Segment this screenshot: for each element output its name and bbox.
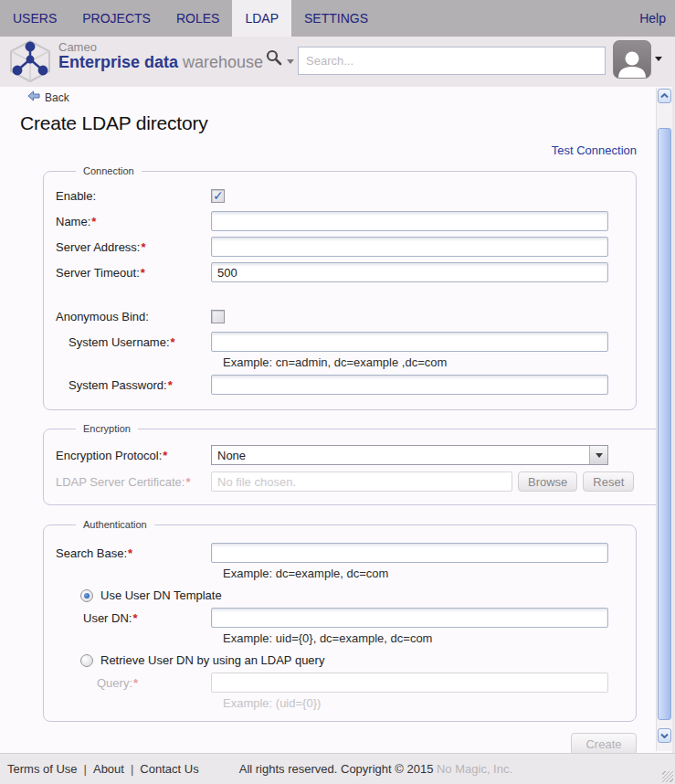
anonymous-bind-row: Anonymous Bind: [56,310,608,323]
encryption-protocol-value: None [212,446,589,464]
use-dn-template-option[interactable]: Use User DN Template [80,588,608,602]
chevron-down-icon [660,733,669,738]
encryption-protocol-label: Encryption Protocol:* [56,449,211,462]
required-asterisk: * [128,546,132,560]
authentication-legend: Authentication [76,519,154,530]
search-input[interactable] [298,47,606,75]
chevron-up-icon [660,93,669,99]
brand-text: Cameo Enterprise data warehouse [58,41,263,71]
user-menu-caret-icon[interactable] [655,57,662,61]
server-address-input[interactable] [211,237,608,257]
anonymous-bind-checkbox[interactable] [211,310,225,323]
brand-enterprise-data: Enterprise data [58,53,178,71]
connection-fieldset: Connection Enable: Name:* Server Address… [43,165,637,410]
browse-button[interactable]: Browse [518,471,577,492]
back-link[interactable]: Back [27,90,91,104]
user-avatar[interactable] [613,40,651,79]
system-username-label: System Username:* [56,335,211,349]
query-row: Query:* [56,673,608,693]
user-dn-hint: Example: uid={0}, dc=example, dc=com [223,631,608,645]
scrollbar-thumb[interactable] [658,128,671,720]
user-dn-input[interactable] [211,608,608,628]
server-timeout-label: Server Timeout:* [56,266,211,280]
required-asterisk: * [171,335,175,349]
test-connection-link[interactable]: Test Connection [552,143,637,157]
main-content: Back Create LDAP directory Test Connecti… [0,87,675,754]
search-base-row: Search Base:* [56,543,608,563]
certificate-input [211,471,512,492]
footer-separator: | [131,762,133,776]
connection-legend: Connection [76,165,142,176]
company-name: No Magic, Inc. [437,762,512,776]
required-asterisk: * [163,449,167,462]
system-password-label: System Password:* [56,378,211,392]
search-base-hint: Example: dc=example, dc=com [223,567,608,580]
app-footer: Terms of Use | About | Contact Us All ri… [0,753,675,784]
use-dn-template-radio[interactable] [80,589,93,602]
user-dn-row: User DN:* [56,608,608,628]
required-asterisk: * [133,676,138,690]
nav-tab-roles[interactable]: ROLES [163,0,232,37]
enable-row: Enable: [56,189,608,203]
encryption-fieldset: Encryption Encryption Protocol:* None LD… [43,423,662,505]
ldap-query-label: Retrieve User DN by using an LDAP query [100,653,324,667]
nav-tab-settings[interactable]: SETTINGS [291,0,381,37]
system-username-row: System Username:* [56,332,608,352]
encryption-protocol-select[interactable]: None [211,445,608,465]
anonymous-bind-label: Anonymous Bind: [56,310,211,323]
contact-us-link[interactable]: Contact Us [140,762,198,776]
server-timeout-input[interactable] [211,262,608,282]
system-password-input[interactable] [211,375,608,395]
scroll-down-button[interactable] [658,728,671,743]
enable-checkbox[interactable] [211,189,225,203]
authentication-fieldset: Authentication Search Base:* Example: dc… [43,519,637,722]
vertical-scrollbar[interactable] [656,88,672,751]
query-hint: Example: (uid={0}) [223,696,608,710]
name-input[interactable] [211,211,608,231]
footer-separator: | [84,762,87,776]
nav-tab-projects[interactable]: PROJECTS [69,0,163,37]
brand-cameo: Cameo [58,41,263,54]
server-timeout-row: Server Timeout:* [56,262,608,282]
certificate-label: LDAP Server Certificate:* [56,475,211,489]
required-asterisk: * [141,266,145,280]
search-scope-caret-icon[interactable] [287,59,294,64]
encryption-legend: Encryption [76,423,138,434]
select-dropdown-button[interactable] [589,446,607,464]
copyright-text: All rights reserved. Copyright © 2015 No… [239,762,512,776]
about-link[interactable]: About [93,762,124,776]
nav-tab-users[interactable]: USERS [0,0,69,37]
back-label: Back [45,91,69,104]
required-asterisk: * [168,378,173,392]
scroll-up-button[interactable] [658,89,671,103]
certificate-row: LDAP Server Certificate:* Browse Reset [56,471,634,492]
chevron-down-icon [596,453,603,458]
nav-tab-ldap[interactable]: LDAP [232,0,291,37]
search-base-label: Search Base:* [56,546,211,560]
query-label: Query:* [56,676,211,690]
required-asterisk: * [132,611,137,625]
terms-of-use-link[interactable]: Terms of Use [7,762,78,776]
ldap-query-option[interactable]: Retrieve User DN by using an LDAP query [80,653,608,667]
resize-grip-icon[interactable] [662,771,673,782]
search-icon[interactable] [266,49,282,69]
query-input [211,673,608,693]
brand-warehouse: warehouse [183,53,263,71]
search-base-input[interactable] [211,543,608,563]
help-link[interactable]: Help [639,0,666,37]
required-asterisk: * [91,215,96,228]
create-button[interactable]: Create [571,733,637,754]
required-asterisk: * [185,475,190,489]
reset-button[interactable]: Reset [583,471,634,492]
encryption-protocol-row: Encryption Protocol:* None [56,445,634,465]
system-password-row: System Password:* [56,375,608,395]
top-nav-bar: USERS PROJECTS ROLES LDAP SETTINGS Help [0,0,675,37]
ldap-query-radio[interactable] [80,654,93,667]
page-title: Create LDAP directory [20,112,675,134]
system-username-input[interactable] [211,332,608,352]
cameo-logo-icon [7,39,53,87]
user-dn-label: User DN:* [56,611,211,625]
app-header: Cameo Enterprise data warehouse [0,37,675,87]
server-address-label: Server Address:* [56,240,211,254]
use-dn-template-label: Use User DN Template [100,588,222,602]
